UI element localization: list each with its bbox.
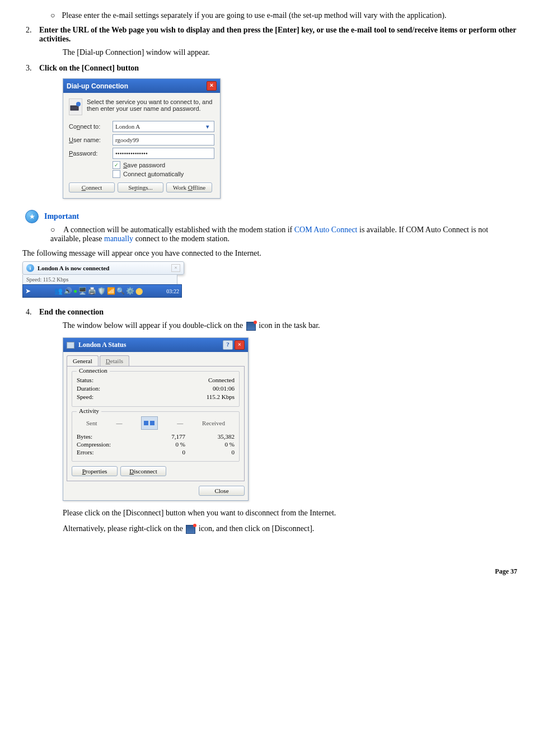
svg-point-1 — [76, 102, 81, 106]
step-2-note: The [Dial-up Connection] window will app… — [63, 48, 517, 57]
com-auto-connect-link[interactable]: COM Auto Connect — [294, 226, 358, 234]
info-icon: i — [26, 264, 34, 272]
notification-block: i London A is now connected × Speed: 115… — [22, 261, 517, 298]
comp-sent: 0 % — [136, 441, 185, 448]
important-t1: A connection will be automatically estab… — [63, 226, 294, 234]
connect-to-combo[interactable]: London A ▾ — [113, 121, 214, 132]
err-sent: 0 — [136, 449, 185, 456]
modem-icon — [69, 98, 82, 115]
connect-auto-checkbox[interactable] — [113, 170, 120, 178]
connection-group: Connection Status:Connected Duration:00:… — [72, 371, 240, 407]
window-icon — [67, 342, 74, 349]
tray-icon[interactable]: 👥 — [54, 287, 63, 295]
save-password-label: Save password — [123, 162, 165, 168]
password-label: Password: — [69, 150, 108, 157]
intro-bullet-email: Please enter the e-mail settings separat… — [50, 11, 517, 20]
step-3: Click on the [Connect] button Dial-up Co… — [34, 64, 517, 199]
balloon-speed: Speed: 115.2 Kbps — [22, 275, 177, 284]
username-label: User name: — [69, 137, 108, 143]
speed-label: Speed: — [77, 393, 93, 400]
work-offline-button[interactable]: Work Offline — [166, 182, 212, 192]
start-arrow-icon[interactable]: ➤ — [25, 287, 31, 295]
speed-value: 115.2 Kbps — [207, 393, 235, 400]
step-2: Enter the URL of the Web page you wish t… — [34, 26, 517, 57]
dialup-message: Select the service you want to connect t… — [87, 98, 214, 115]
save-password-checkbox[interactable]: ✓ — [113, 161, 120, 169]
dialup-titlebar[interactable]: Dial-up Connection × — [63, 79, 220, 93]
properties-button[interactable]: Properties — [72, 466, 118, 476]
err-label: Errors: — [77, 449, 136, 456]
important-list: A connection will be automatically estab… — [17, 226, 517, 243]
username-value: rgoody99 — [115, 137, 139, 143]
bytes-recv: 35,382 — [185, 433, 235, 440]
closing-line-2: Alternatively, please right-click on the… — [63, 524, 517, 534]
closing-line-1: Please click on the [Disconnect] button … — [63, 509, 517, 518]
balloon-title: London A is now connected — [38, 265, 109, 271]
bytes-sent: 7,177 — [136, 433, 185, 440]
password-input[interactable]: ••••••••••••••• — [113, 148, 214, 159]
dialup-dialog: Dial-up Connection × Select the service … — [63, 78, 221, 199]
taskbar: ➤ 👥 🔊 ● 🖥️ 🖨️ 🛡️ 📶 🔍 ⚙️ ⬤ 03:22 — [22, 284, 182, 298]
tray-icon[interactable]: 🔊 — [64, 287, 72, 295]
closing-2b: icon, and then click on [Disconnect]. — [199, 524, 314, 533]
tab-details[interactable]: Details — [100, 355, 129, 366]
comp-recv: 0 % — [185, 441, 235, 448]
tab-general[interactable]: General — [67, 355, 99, 366]
s4-l1a: The window below will appear if you doub… — [63, 321, 245, 330]
status-value: Connected — [208, 377, 235, 383]
step-4-line: The window below will appear if you doub… — [63, 321, 517, 331]
activity-group-title: Activity — [77, 407, 101, 414]
activity-group: Activity Sent — — Received Bytes:7,17735… — [72, 411, 240, 462]
duration-label: Duration: — [77, 385, 100, 392]
settings-button[interactable]: Settings... — [118, 182, 163, 192]
intro-bullets: Please enter the e-mail settings separat… — [17, 11, 517, 20]
status-titlebar[interactable]: London A Status ? × — [63, 338, 248, 352]
connect-to-value: London A — [115, 123, 140, 130]
page-number: Page 37 — [17, 567, 517, 576]
status-label: Status: — [77, 377, 93, 383]
connection-tray-icon — [246, 322, 256, 331]
status-title-text: London A Status — [67, 341, 126, 349]
step-4: End the connection The window below will… — [34, 308, 517, 534]
step-2-title: Enter the URL of the Web page you wish t… — [39, 26, 516, 43]
taskbar-clock: 03:22 — [166, 288, 179, 294]
important-heading: Important — [44, 212, 79, 221]
tray-icon[interactable]: 🖨️ — [88, 287, 96, 295]
tray-icon[interactable]: 🛡️ — [97, 287, 106, 295]
close-icon[interactable]: × — [207, 81, 217, 91]
tray-icon[interactable]: 🖥️ — [78, 287, 87, 295]
username-input[interactable]: rgoody99 — [113, 134, 214, 145]
step-3-title: Click on the [Connect] button — [39, 64, 139, 72]
help-icon[interactable]: ? — [223, 340, 233, 350]
tray-icon[interactable]: 🔍 — [116, 287, 125, 295]
close-icon[interactable]: × — [235, 340, 245, 350]
s4-l1b: icon in the task bar. — [259, 321, 320, 330]
tray-icon[interactable]: 📶 — [107, 287, 115, 295]
svg-rect-2 — [144, 421, 148, 425]
manually-link[interactable]: manually — [104, 234, 133, 243]
status-dialog: London A Status ? × General Details Conn… — [63, 337, 249, 501]
tray-icon[interactable]: ⚙️ — [126, 287, 134, 295]
svg-rect-0 — [71, 106, 78, 110]
disconnect-button[interactable]: Disconnect — [120, 466, 166, 476]
connection-tray-icon — [186, 525, 195, 534]
dialup-title-text: Dial-up Connection — [67, 82, 128, 90]
tray-icon[interactable]: ⬤ — [135, 287, 143, 295]
closing-2a: Alternatively, please right-click on the — [63, 524, 185, 533]
err-recv: 0 — [185, 449, 235, 456]
close-button[interactable]: Close — [199, 486, 245, 496]
balloon-close-icon[interactable]: × — [171, 264, 180, 272]
chevron-down-icon[interactable]: ▾ — [204, 123, 212, 130]
status-title-label: London A Status — [78, 341, 126, 349]
duration-value: 00:01:06 — [213, 385, 235, 392]
comp-label: Compression: — [77, 441, 136, 448]
important-t3: connect to the modem station. — [133, 234, 229, 243]
important-icon: ★ — [25, 210, 39, 223]
svg-rect-3 — [150, 421, 154, 425]
connect-button[interactable]: Connect — [69, 182, 115, 192]
step-4-title: End the connection — [39, 308, 104, 316]
sent-label: Sent — [86, 420, 97, 426]
connect-msg-line: The following message will appear once y… — [22, 249, 517, 258]
bytes-label: Bytes: — [77, 433, 136, 440]
tray-icon[interactable]: ● — [73, 287, 77, 295]
